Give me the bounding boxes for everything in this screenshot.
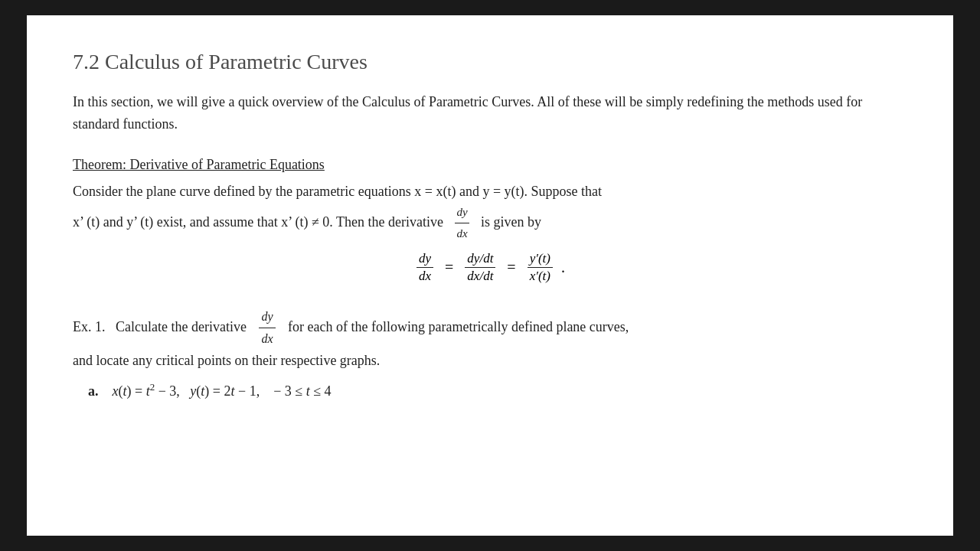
theorem-line2: x’ (t) and y’ (t) exist, and assume that… [73, 214, 541, 230]
example-text-end: and locate any critical points on their … [73, 353, 380, 368]
example-instruction: Ex. 1. Calculate the derivative dy dx fo… [73, 307, 907, 372]
example-text-start: Calculate the derivative [116, 319, 247, 334]
part-a-equation: x(t) = t2 − 3, y(t) = 2t − 1, − 3 ≤ t ≤ … [113, 383, 332, 399]
example-section: Ex. 1. Calculate the derivative dy dx fo… [73, 307, 907, 404]
example-label: Ex. 1. [73, 319, 106, 334]
formula-dydt-dxdt: dy/dt dx/dt [465, 251, 495, 284]
example-part-a: a. x(t) = t2 − 3, y(t) = 2t − 1, − 3 ≤ t… [88, 378, 907, 403]
theorem-body: Consider the plane curve defined by the … [73, 181, 907, 243]
formula-yprime-xprime: y′(t) x′(t) [528, 251, 553, 284]
part-a-label: a. [88, 383, 99, 399]
theorem-heading: Theorem: Derivative of Parametric Equati… [73, 157, 907, 173]
example-text-cont: for each of the following parametrically… [288, 319, 629, 334]
main-formula: dy dx = dy/dt dx/dt = y′(t) x′(t) . [73, 251, 907, 284]
page-title: 7.2 Calculus of Parametric Curves [73, 50, 907, 74]
slide-container: 7.2 Calculus of Parametric Curves In thi… [27, 15, 953, 536]
example-dy-dx: dy dx [259, 307, 275, 350]
theorem-line1: Consider the plane curve defined by the … [73, 184, 602, 199]
intro-paragraph: In this section, we will give a quick ov… [73, 91, 907, 135]
dy-dx-fraction: dy dx [455, 203, 469, 243]
formula-dy-dx: dy dx [416, 251, 433, 284]
